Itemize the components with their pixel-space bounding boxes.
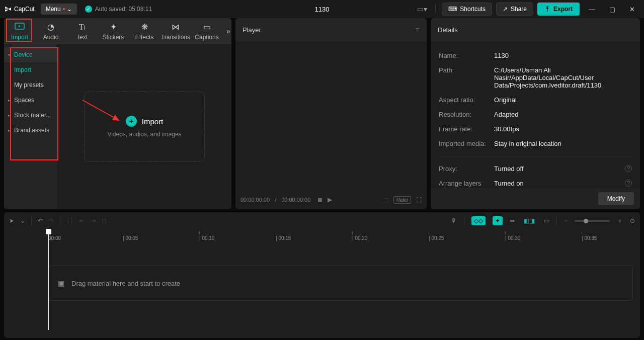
caret-right-icon: ▸ xyxy=(8,128,13,133)
zoom-knob[interactable] xyxy=(584,219,588,223)
preview-button[interactable]: ▭ xyxy=(544,217,549,224)
undo-button[interactable]: ↶ xyxy=(38,217,43,224)
export-icon: ⭱ xyxy=(544,6,550,13)
player-menu-button[interactable]: ≡ xyxy=(416,26,420,34)
share-icon: ↗ xyxy=(503,6,508,13)
import-tab-icon xyxy=(4,23,35,32)
maximize-button[interactable]: ▢ xyxy=(604,3,620,16)
sidebar-group-device[interactable]: ▾Device xyxy=(4,47,57,62)
export-button[interactable]: ⭱ Export xyxy=(537,3,580,16)
zoom-slider[interactable] xyxy=(575,220,610,222)
ruler-mark: | 00:25 xyxy=(429,231,444,241)
sidebar-group-brand-assets[interactable]: ▸Brand assets xyxy=(4,123,57,138)
snap-button[interactable]: ◧◨ xyxy=(522,216,537,225)
divider xyxy=(464,216,464,225)
menu-button[interactable]: Menu ⌄ xyxy=(41,4,77,15)
ruler-mark: | 00:30 xyxy=(505,231,520,241)
share-button[interactable]: ↗ Share xyxy=(496,3,533,16)
play-button[interactable]: ▶ xyxy=(328,196,332,203)
chevron-right-icon: » xyxy=(226,27,230,35)
detail-resolution-value: Adapted xyxy=(494,111,632,118)
caret-right-icon: ▸ xyxy=(8,98,13,103)
project-title: 1130 xyxy=(315,6,330,13)
detail-aspect-value: Original xyxy=(494,96,632,104)
delete-left-button[interactable]: ⇤ xyxy=(79,217,85,224)
detail-arrange-value: Turned on xyxy=(494,180,625,187)
import-area: + Import Videos, audios, and images xyxy=(57,44,231,209)
ratio-button[interactable]: Ratio xyxy=(393,196,411,204)
ruler-mark: | 00:35 xyxy=(582,231,597,241)
fullscreen-icon[interactable]: ⛶ xyxy=(416,197,422,203)
chevron-down-icon: ⌄ xyxy=(67,6,72,13)
layout-icon: ▭▾ xyxy=(417,5,427,13)
sidebar-group-spaces[interactable]: ▸Spaces xyxy=(4,93,57,108)
ruler-mark: | 00:20 xyxy=(352,231,367,241)
tabs-more-button[interactable]: » xyxy=(222,27,231,35)
playhead[interactable] xyxy=(48,229,49,330)
pointer-dropdown[interactable]: ⌄ xyxy=(20,217,25,224)
media-tabs: Import ◔ Audio TI Text ✦ Stickers ❋ Effe… xyxy=(4,18,231,44)
import-subtitle: Videos, audios, and images xyxy=(107,131,181,138)
split-button[interactable]: ╎╎ xyxy=(66,217,73,224)
timeline-ruler[interactable]: 00:00 | 00:05 | 00:10 | 00:15 | 00:20 | … xyxy=(4,229,640,242)
tab-stickers[interactable]: ✦ Stickers xyxy=(98,18,129,44)
modify-button[interactable]: Modify xyxy=(598,192,634,205)
link-button[interactable]: ⇔ xyxy=(510,217,515,224)
dropzone-text: Drag material here and start to create xyxy=(71,280,180,287)
tab-captions[interactable]: ▭ Captions xyxy=(191,18,222,44)
magnet-timeline-button[interactable]: ✦ xyxy=(493,216,503,225)
zoom-out-button[interactable]: − xyxy=(564,217,568,224)
zoom-in-button[interactable]: ＋ xyxy=(617,217,623,225)
tab-transitions[interactable]: ⋈ Transitions xyxy=(160,18,191,44)
close-button[interactable]: ✕ xyxy=(624,3,640,16)
maximize-icon: ▢ xyxy=(609,6,615,13)
caret-down-icon: ▾ xyxy=(8,53,13,57)
redo-button[interactable]: ↷ xyxy=(49,217,54,224)
delete-right-button[interactable]: ⇥ xyxy=(91,217,96,224)
detail-name-value: 1130 xyxy=(494,52,632,59)
caret-right-icon: ▸ xyxy=(8,113,13,118)
minimize-icon: — xyxy=(589,6,595,13)
magnet-main-button[interactable]: ◇◇ xyxy=(471,216,486,225)
timeline-panel: 00:00 | 00:05 | 00:10 | 00:15 | 00:20 | … xyxy=(4,229,640,338)
list-icon[interactable]: ≣ xyxy=(317,196,323,203)
divider xyxy=(435,5,436,14)
details-header: Details xyxy=(431,18,640,41)
audio-tab-icon: ◔ xyxy=(35,22,66,32)
detail-proxy-value: Turned off xyxy=(494,165,625,173)
minimize-button[interactable]: — xyxy=(584,3,600,16)
compare-icon[interactable]: ⬚ xyxy=(383,197,388,203)
layout-button[interactable]: ▭▾ xyxy=(415,3,429,15)
sidebar-group-stock-material[interactable]: ▸Stock mater... xyxy=(4,108,57,123)
sidebar-item-import[interactable]: Import xyxy=(4,62,57,77)
player-viewport xyxy=(235,41,427,190)
detail-proxy-label: Proxy: xyxy=(439,165,494,173)
tab-audio[interactable]: ◔ Audio xyxy=(35,18,66,44)
shortcuts-button[interactable]: ⌨ Shortcuts xyxy=(442,3,492,16)
tab-import[interactable]: Import xyxy=(4,19,35,44)
pointer-tool[interactable]: ➤ xyxy=(9,217,14,224)
timeline-dropzone[interactable]: ▣ Drag material here and start to create xyxy=(48,266,633,301)
timeline-toolbar: ➤ ⌄ ↶ ↷ ╎╎ ⇤ ⇥ ◻ 🎙 ◇◇ ✦ ⇔ ◧◨ ▭ − ＋ ⊙ xyxy=(4,212,640,229)
sidebar-item-my-presets[interactable]: My presets xyxy=(4,77,57,93)
detail-path-value: C:/Users/Usman Ali Nasir/AppData/Local/C… xyxy=(494,66,632,89)
detail-framerate-value: 30.00fps xyxy=(494,125,632,133)
zoom-fit-button[interactable]: ⊙ xyxy=(630,217,635,224)
tab-text[interactable]: TI Text xyxy=(66,19,98,44)
proxy-info-icon[interactable]: ? xyxy=(625,165,632,172)
detail-framerate-label: Frame rate: xyxy=(439,125,494,133)
details-panel: Details Name:1130 Path:C:/Users/Usman Al… xyxy=(431,18,640,209)
mic-button[interactable]: 🎙 xyxy=(451,217,457,224)
close-icon: ✕ xyxy=(629,6,635,13)
text-tab-icon: TI xyxy=(66,23,98,32)
crop-button[interactable]: ◻ xyxy=(102,217,107,224)
divider xyxy=(439,156,632,156)
import-dropzone[interactable]: + Import Videos, audios, and images xyxy=(84,92,205,162)
captions-tab-icon: ▭ xyxy=(191,22,222,32)
tab-effects[interactable]: ❋ Effects xyxy=(129,18,160,44)
auto-saved-status: ✓ Auto saved: 05:08:11 xyxy=(85,6,152,13)
arrange-info-icon[interactable]: ? xyxy=(625,180,632,187)
player-controls: 00:00:00:00 / 00:00:00:00 ≣ ▶ ⬚ Ratio ⛶ xyxy=(235,190,427,209)
detail-path-label: Path: xyxy=(439,66,494,89)
detail-name-label: Name: xyxy=(439,52,494,59)
